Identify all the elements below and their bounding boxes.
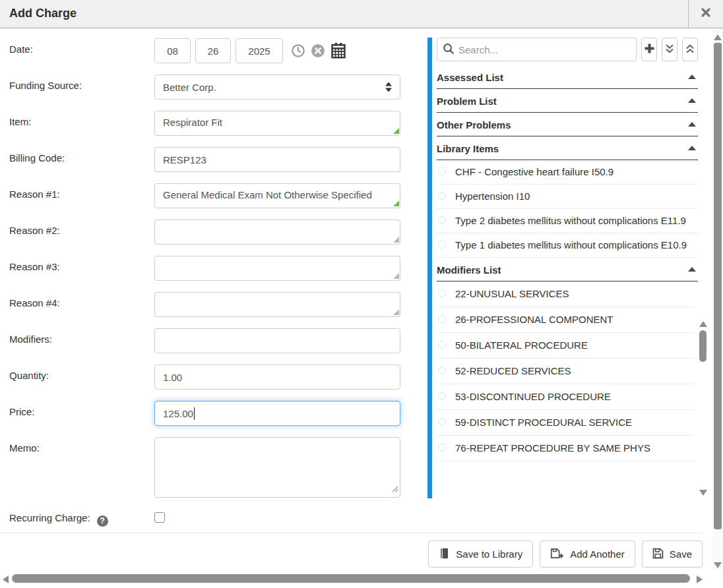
modifiers-list: 22-UNUSUAL SERVICES 26-PROFESSIONAL COMP… [437, 281, 694, 461]
collapse-icon [688, 146, 696, 150]
funding-source-value: Better Corp. [163, 82, 216, 93]
modifier-item[interactable]: 52-REDUCED SERVICES [437, 359, 694, 384]
memo-row: Memo: [9, 437, 405, 498]
quantity-row: Quantity: [9, 365, 405, 390]
library-items-list: CHF - Congestive heart failure I50.9 Hyp… [437, 160, 698, 258]
add-another-button[interactable]: Add Another [540, 541, 635, 568]
clear-date-icon[interactable] [311, 44, 325, 58]
clock-icon[interactable] [291, 44, 305, 58]
search-input[interactable] [437, 38, 637, 61]
collapse-all-button[interactable] [682, 38, 698, 61]
save-to-library-button[interactable]: Save to Library [428, 541, 533, 568]
vertical-scrollbar[interactable] [712, 28, 723, 571]
date-controls [154, 38, 346, 63]
date-label: Date: [9, 38, 154, 55]
scroll-down-icon[interactable] [714, 562, 722, 568]
save-icon [652, 548, 664, 561]
funding-source-select[interactable]: Better Corp. [154, 74, 400, 100]
resize-handle-icon[interactable] [393, 200, 399, 206]
modifier-item[interactable]: 26-PROFESSIONAL COMPONENT [437, 307, 694, 333]
scroll-right-icon[interactable] [697, 575, 703, 583]
funding-source-row: Funding Source: Better Corp. [9, 74, 405, 100]
add-another-label: Add Another [570, 548, 625, 560]
reason4-input[interactable] [154, 292, 400, 317]
close-button[interactable] [688, 0, 723, 28]
section-header-label: Other Problems [437, 119, 511, 131]
library-item[interactable]: Type 1 diabetes mellitus without complic… [437, 233, 698, 258]
scroll-up-icon[interactable] [699, 321, 707, 327]
save-button[interactable]: Save [642, 541, 703, 568]
collapse-icon [688, 267, 696, 272]
section-header-label: Problem List [437, 96, 497, 107]
billing-code-input[interactable] [154, 147, 400, 172]
section-header-label: Assessed List [437, 72, 503, 83]
modifier-item[interactable]: 53-DISCONTINUED PROCEDURE [437, 384, 694, 410]
recurring-charge-row: Recurring Charge: ? [9, 509, 405, 527]
resize-handle-icon[interactable] [392, 483, 398, 495]
item-input[interactable]: Respirator Fit [154, 111, 400, 136]
reason1-input[interactable]: General Medical Exam Not Otherwise Speci… [154, 183, 400, 208]
modifiers-input[interactable] [154, 328, 400, 353]
collapse-icon [688, 74, 696, 79]
library-item[interactable]: CHF - Congestive heart failure I50.9 [437, 160, 698, 185]
section-header-library-items[interactable]: Library Items [437, 136, 698, 160]
modifier-item[interactable]: 50-BILATERAL PROCEDURE [437, 333, 694, 359]
resize-handle-icon[interactable] [393, 237, 399, 243]
modifier-item[interactable]: 59-DISTINCT PROCEDURAL SERVICE [437, 410, 694, 436]
section-header-modifiers-list[interactable]: Modifiers List [437, 258, 698, 281]
modifier-item[interactable]: 76-REPEAT PROCEDURE BY SAME PHYS [437, 436, 694, 461]
section-header-other-problems[interactable]: Other Problems [437, 113, 698, 136]
memo-input[interactable] [154, 437, 400, 498]
scroll-down-icon[interactable] [699, 490, 707, 496]
scroll-up-icon[interactable] [714, 34, 722, 40]
recurring-charge-label-text: Recurring Charge: [9, 512, 90, 523]
modifiers-scrollbar[interactable] [698, 318, 708, 498]
price-value: 125.00 [163, 408, 193, 419]
horizontal-scrollbar[interactable] [0, 571, 723, 588]
add-item-button[interactable] [641, 38, 657, 61]
library-item[interactable]: Hypertension I10 [437, 185, 698, 209]
chevrons-up-icon [684, 43, 696, 57]
footer-buttons: Save to Library Add Another Save [428, 541, 703, 568]
section-header-assessed-list[interactable]: Assessed List [437, 65, 698, 89]
search-icon [443, 43, 455, 57]
modifiers-label: Modifiers: [9, 328, 154, 345]
panel-accent-bar [427, 38, 432, 498]
collapse-icon [688, 98, 696, 103]
date-day-input[interactable] [195, 38, 231, 63]
reason2-input[interactable] [154, 220, 400, 245]
scrollbar-thumb[interactable] [714, 43, 722, 529]
resize-handle-icon[interactable] [393, 273, 399, 279]
resize-handle-icon[interactable] [393, 128, 399, 134]
scrollbar-thumb[interactable] [699, 330, 707, 362]
scrollbar-thumb[interactable] [12, 574, 690, 583]
quantity-input[interactable] [154, 365, 400, 390]
item-label: Item: [9, 111, 154, 127]
date-month-input[interactable] [154, 38, 191, 63]
charge-form: Date: Funding Source: Better Corp. [9, 38, 405, 527]
modifier-item[interactable]: 22-UNUSUAL SERVICES [437, 281, 694, 307]
scroll-left-icon[interactable] [3, 575, 9, 583]
select-arrows-icon [385, 82, 392, 92]
save-plus-icon [550, 548, 564, 561]
item-row: Item: Respirator Fit [9, 111, 405, 136]
funding-source-label: Funding Source: [9, 74, 154, 91]
close-icon [701, 7, 711, 20]
help-icon[interactable]: ? [97, 515, 108, 527]
library-item[interactable]: Type 2 diabetes mellitus without complic… [437, 209, 698, 233]
expand-all-button[interactable] [662, 38, 677, 61]
price-input[interactable]: 125.00 [154, 401, 400, 426]
recurring-charge-checkbox[interactable] [154, 512, 165, 523]
reason4-label: Reason #4: [9, 292, 154, 309]
reason2-row: Reason #2: [9, 220, 405, 245]
chevrons-down-icon [664, 43, 676, 57]
calendar-icon[interactable] [330, 43, 346, 59]
reason3-row: Reason #3: [9, 256, 405, 281]
panel-search-row [437, 38, 698, 61]
reason3-input[interactable] [154, 256, 400, 281]
section-header-problem-list[interactable]: Problem List [437, 89, 698, 113]
date-year-input[interactable] [236, 38, 283, 63]
memo-label: Memo: [9, 437, 154, 454]
resize-handle-icon[interactable] [393, 309, 399, 315]
plus-icon [644, 43, 655, 56]
